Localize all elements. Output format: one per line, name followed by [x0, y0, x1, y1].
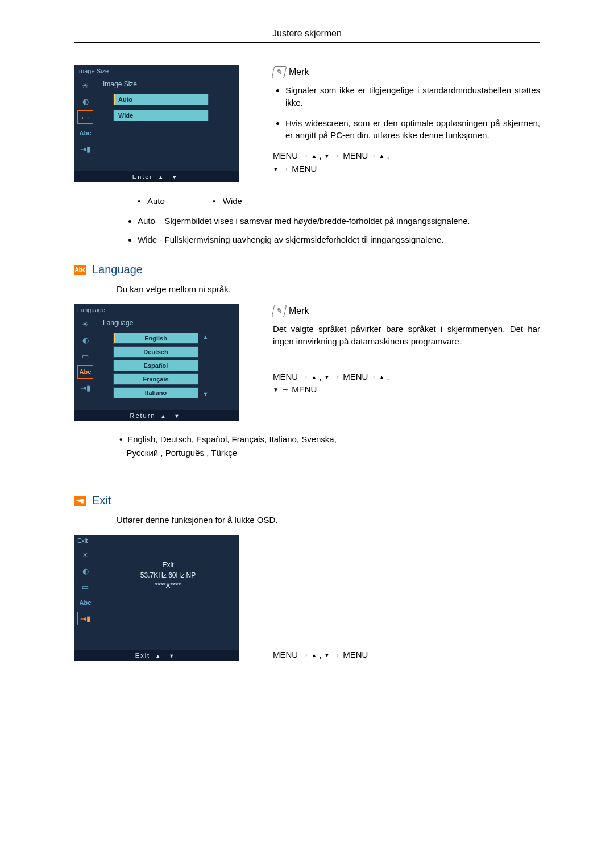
- exit-nav: MENU → ▲ , ▼ → MENU: [273, 649, 540, 662]
- abc-icon: Abc: [78, 596, 93, 609]
- osd-footer: Exit ▲ ▼: [74, 650, 239, 661]
- square-icon: ▭: [78, 350, 93, 362]
- up-triangle-icon: ▲: [155, 653, 161, 659]
- osd-footer: Return ▲ ▼: [74, 410, 239, 421]
- exit-heading: Exit: [92, 494, 111, 507]
- exit-line3: ****X****: [103, 582, 233, 589]
- lang-english: English: [113, 333, 198, 344]
- lang-francais: Français: [113, 373, 198, 385]
- t: → MENU: [279, 384, 317, 394]
- t: English, Deutsch, Español, Français, Ita…: [127, 434, 337, 444]
- color-icon: ◐: [78, 564, 93, 577]
- nav-sequence: MENU → ▲ , ▼ → MENU→ ▲ , ▼ → MENU: [273, 371, 540, 396]
- osd-title: Exit: [74, 535, 239, 545]
- scroll-down-icon: ▼: [202, 391, 209, 397]
- osd-sidebar: ☀ ◐ ▭ Abc ⇥▮: [74, 314, 97, 410]
- osd-section-title: Language: [103, 319, 233, 327]
- note-heading: Merk: [289, 65, 309, 78]
- color-icon: ◐: [78, 95, 93, 107]
- opt-auto: Auto: [147, 196, 165, 206]
- down-triangle-icon: ▼: [169, 653, 175, 659]
- up-triangle-icon: ▲: [312, 652, 317, 658]
- down-triangle-icon: ▼: [324, 374, 330, 380]
- language-lead: Du kan velge mellom ni språk.: [74, 284, 540, 294]
- t: → MENU: [330, 650, 368, 659]
- footer-divider: [74, 684, 540, 684]
- page-header: Justere skjermen: [74, 28, 540, 39]
- t: MENU →: [273, 650, 312, 659]
- sun-icon: ☀: [78, 79, 93, 92]
- label: Wide: [138, 235, 157, 244]
- language-list-extra: • English, Deutsch, Español, Français, I…: [74, 433, 540, 460]
- up-triangle-icon: ▲: [379, 153, 385, 159]
- osd-section-title: Image Size: [103, 80, 233, 88]
- t: ,: [317, 151, 324, 160]
- note-icon: ✎: [272, 66, 287, 78]
- sun-icon: ☀: [78, 549, 93, 561]
- osd-option-auto: Auto: [113, 94, 209, 105]
- image-size-notes: ✎ Merk Signaler som ikke er tilgjengelig…: [273, 65, 540, 175]
- up-triangle-icon: ▲: [161, 413, 167, 419]
- t: → MENU→: [330, 372, 379, 381]
- t: Русский , Português , Türkçe: [127, 448, 238, 458]
- sun-icon: ☀: [78, 318, 93, 330]
- t: ,: [384, 151, 389, 160]
- exit-icon: ⇥▮: [78, 381, 93, 394]
- t: → MENU: [279, 164, 317, 173]
- exit-icon: ⇥▮: [78, 143, 93, 155]
- exit-row: Exit ☀ ◐ ▭ Abc ⇥▮ Exit 53.7KHz 60Hz NP *…: [74, 535, 540, 661]
- down-triangle-icon: ▼: [324, 153, 330, 159]
- osd-footer-label: Return: [130, 412, 156, 419]
- osd-sidebar: ☀ ◐ ▭ Abc ⇥▮: [74, 545, 97, 650]
- osd-footer-label: Exit: [135, 652, 150, 659]
- osd-sidebar: ☀ ◐ ▭ Abc ⇥▮: [74, 76, 97, 171]
- t: ,: [317, 650, 324, 659]
- opt-wide: Wide: [223, 196, 242, 206]
- exit-lead: Utfører denne funksjonen for å lukke OSD…: [74, 515, 540, 525]
- desc-item: Auto – Skjermbildet vises i samsvar med …: [138, 215, 540, 228]
- language-row: Language ☀ ◐ ▭ Abc ⇥▮ Language ▲ English…: [74, 304, 540, 421]
- down-triangle-icon: ▼: [324, 652, 330, 658]
- exit-section-head: ⇥▮ Exit: [74, 494, 540, 507]
- up-triangle-icon: ▲: [312, 153, 317, 159]
- down-triangle-icon: ▼: [273, 387, 279, 393]
- osd-footer: Enter ▲ ▼: [74, 171, 239, 182]
- color-icon: ◐: [78, 334, 93, 346]
- language-notes: ✎ Merk Det valgte språket påvirker bare …: [273, 304, 540, 396]
- up-triangle-icon: ▲: [158, 175, 164, 180]
- t: → MENU→: [330, 151, 379, 160]
- osd-language: Language ☀ ◐ ▭ Abc ⇥▮ Language ▲ English…: [74, 304, 239, 421]
- note-item: Signaler som ikke er tilgjengelige i sta…: [285, 84, 540, 109]
- note-icon: ✎: [272, 305, 287, 317]
- desc-item: Wide - Fullskjermvisning uavhengig av sk…: [138, 234, 540, 247]
- language-section-head: Abc Language: [74, 263, 540, 276]
- exit-section-icon: ⇥▮: [74, 496, 86, 506]
- abc-icon: Abc: [78, 127, 93, 139]
- image-size-descriptions: Auto – Skjermbildet vises i samsvar med …: [74, 215, 540, 246]
- osd-footer-label: Enter: [132, 173, 153, 180]
- t: ,: [384, 372, 389, 381]
- scroll-up-icon: ▲: [202, 334, 209, 340]
- up-triangle-icon: ▲: [312, 374, 317, 380]
- note-heading: Merk: [289, 304, 309, 317]
- text: – Skjermbildet vises i samsvar med høyde…: [155, 216, 470, 226]
- down-triangle-icon: ▼: [273, 166, 279, 172]
- lang-italiano: Italiano: [113, 387, 198, 398]
- osd-title: Language: [74, 304, 239, 314]
- down-triangle-icon: ▼: [172, 175, 178, 180]
- square-icon: ▭: [78, 111, 93, 123]
- note-item: Hvis widescreen, som er den optimale opp…: [285, 117, 540, 142]
- t: ,: [317, 372, 324, 381]
- text: - Fullskjermvisning uavhengig av skjerms…: [157, 235, 443, 244]
- note-text: Det valgte språket påvirker bare språket…: [273, 323, 540, 348]
- lang-espanol: Español: [113, 360, 198, 371]
- exit-icon: ⇥▮: [78, 612, 93, 625]
- language-heading: Language: [92, 263, 143, 276]
- image-size-inline-options: • Auto • Wide: [74, 196, 540, 206]
- up-triangle-icon: ▲: [379, 374, 385, 380]
- osd-exit: Exit ☀ ◐ ▭ Abc ⇥▮ Exit 53.7KHz 60Hz NP *…: [74, 535, 239, 661]
- osd-title: Image Size: [74, 65, 239, 76]
- label: Auto: [138, 216, 155, 226]
- osd-image-size: Image Size ☀ ◐ ▭ Abc ⇥▮ Image Size Auto …: [74, 65, 239, 182]
- exit-line2: 53.7KHz 60Hz NP: [103, 571, 233, 579]
